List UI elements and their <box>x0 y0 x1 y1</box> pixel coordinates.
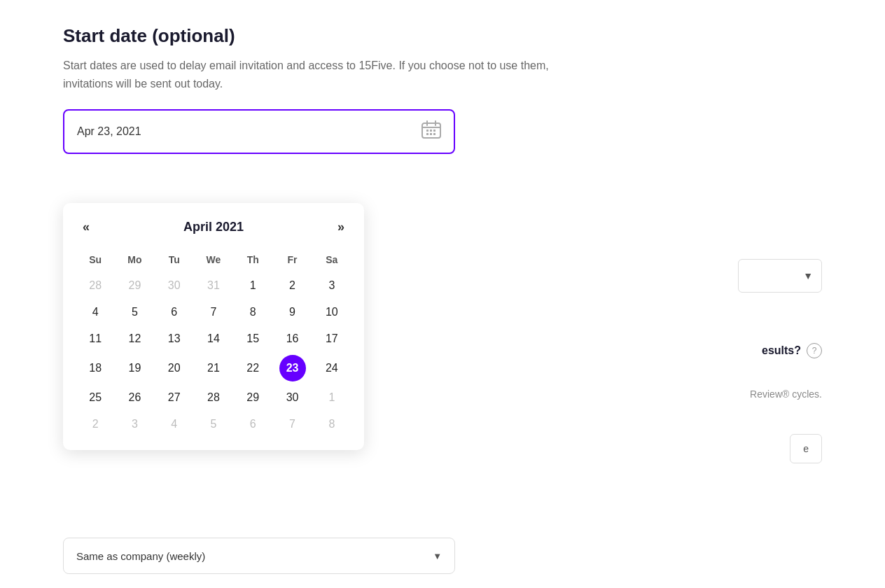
calendar-day-cell[interactable]: 29 <box>233 384 272 411</box>
calendar-day-cell[interactable]: 7 <box>194 299 233 326</box>
page-container: Start date (optional) Start dates are us… <box>0 0 885 588</box>
calendar-day-cell[interactable]: 22 <box>233 352 272 384</box>
weekday-th: Th <box>233 250 272 272</box>
calendar-day-cell[interactable]: 16 <box>272 326 312 352</box>
bottom-dropdown-arrow-icon: ▼ <box>433 551 442 561</box>
section-title: Start date (optional) <box>63 25 822 47</box>
calendar-day-cell[interactable]: 18 <box>76 352 115 384</box>
calendar-week-row-5: 2345678 <box>76 411 351 438</box>
calendar-day-cell[interactable]: 6 <box>155 299 194 326</box>
calendar-month-label: April 2021 <box>183 220 244 234</box>
svg-rect-4 <box>433 130 435 132</box>
calendar-day-cell[interactable]: 25 <box>76 384 115 411</box>
svg-rect-2 <box>426 130 428 132</box>
question-text-partial: esults? <box>762 344 801 357</box>
calendar-day-cell[interactable]: 23 <box>272 352 312 384</box>
calendar-week-row-1: 45678910 <box>76 299 351 326</box>
weekday-fr: Fr <box>272 250 312 272</box>
calendar-day-cell[interactable]: 7 <box>272 411 312 438</box>
svg-rect-3 <box>430 130 432 132</box>
calendar-day-cell[interactable]: 13 <box>155 326 194 352</box>
small-button-stub[interactable]: e <box>790 434 822 463</box>
calendar-day-cell[interactable]: 31 <box>194 272 233 299</box>
help-icon[interactable]: ? <box>807 343 822 358</box>
calendar-week-row-0: 28293031123 <box>76 272 351 299</box>
review-cycle-text: Review® cycles. <box>750 388 822 400</box>
weekday-tu: Tu <box>155 250 194 272</box>
calendar-day-cell[interactable]: 28 <box>194 384 233 411</box>
calendar-day-cell[interactable]: 4 <box>155 411 194 438</box>
svg-rect-7 <box>433 133 435 135</box>
calendar-day-cell[interactable]: 3 <box>312 272 351 299</box>
calendar-day-cell[interactable]: 2 <box>272 272 312 299</box>
calendar-day-cell[interactable]: 10 <box>312 299 351 326</box>
next-month-button[interactable]: » <box>330 217 351 237</box>
calendar-day-cell[interactable]: 12 <box>115 326 154 352</box>
svg-rect-6 <box>430 133 432 135</box>
bottom-dropdown-value: Same as company (weekly) <box>76 550 205 562</box>
calendar-day-cell[interactable]: 29 <box>115 272 154 299</box>
calendar-day-cell[interactable]: 8 <box>233 299 272 326</box>
calendar-week-row-4: 2526272829301 <box>76 384 351 411</box>
calendar-week-row-3: 18192021222324 <box>76 352 351 384</box>
weekday-su: Su <box>76 250 115 272</box>
calendar-day-cell[interactable]: 5 <box>194 411 233 438</box>
calendar-day-cell[interactable]: 30 <box>155 272 194 299</box>
calendar-grid: Su Mo Tu We Th Fr Sa 2829303112345678910… <box>76 250 351 438</box>
calendar-day-cell[interactable]: 24 <box>312 352 351 384</box>
calendar-day-cell[interactable]: 3 <box>115 411 154 438</box>
calendar-day-cell[interactable]: 19 <box>115 352 154 384</box>
prev-month-button[interactable]: « <box>76 217 97 237</box>
date-input-value: Apr 23, 2021 <box>77 125 141 138</box>
right-dropdown-stub[interactable]: ▼ <box>738 259 822 293</box>
calendar-day-cell[interactable]: 28 <box>76 272 115 299</box>
calendar-day-cell[interactable]: 15 <box>233 326 272 352</box>
calendar-weekdays-row: Su Mo Tu We Th Fr Sa <box>76 250 351 272</box>
calendar-day-cell[interactable]: 9 <box>272 299 312 326</box>
calendar-header: « April 2021 » <box>76 217 351 237</box>
calendar-day-cell[interactable]: 1 <box>312 384 351 411</box>
calendar-day-cell[interactable]: 30 <box>272 384 312 411</box>
calendar-day-cell[interactable]: 8 <box>312 411 351 438</box>
calendar-day-cell[interactable]: 1 <box>233 272 272 299</box>
date-input-field[interactable]: Apr 23, 2021 <box>63 109 455 154</box>
calendar-day-cell[interactable]: 11 <box>76 326 115 352</box>
calendar-day-cell[interactable]: 21 <box>194 352 233 384</box>
dropdown-arrow-icon: ▼ <box>803 270 813 281</box>
calendar-icon <box>421 120 441 143</box>
calendar-day-cell[interactable]: 17 <box>312 326 351 352</box>
calendar-week-row-2: 11121314151617 <box>76 326 351 352</box>
svg-rect-5 <box>426 133 428 135</box>
bottom-dropdown[interactable]: Same as company (weekly) ▼ <box>63 538 455 574</box>
calendar-day-cell[interactable]: 20 <box>155 352 194 384</box>
calendar-day-cell[interactable]: 2 <box>76 411 115 438</box>
section-description: Start dates are used to delay email invi… <box>63 57 595 92</box>
calendar-day-cell[interactable]: 4 <box>76 299 115 326</box>
calendar-day-cell[interactable]: 26 <box>115 384 154 411</box>
question-row: esults? ? <box>762 343 822 358</box>
calendar-dropdown: « April 2021 » Su Mo Tu We Th Fr Sa 2829… <box>63 203 364 450</box>
calendar-day-cell[interactable]: 6 <box>233 411 272 438</box>
calendar-day-cell[interactable]: 14 <box>194 326 233 352</box>
weekday-we: We <box>194 250 233 272</box>
calendar-day-cell[interactable]: 5 <box>115 299 154 326</box>
weekday-mo: Mo <box>115 250 154 272</box>
weekday-sa: Sa <box>312 250 351 272</box>
calendar-day-cell[interactable]: 27 <box>155 384 194 411</box>
